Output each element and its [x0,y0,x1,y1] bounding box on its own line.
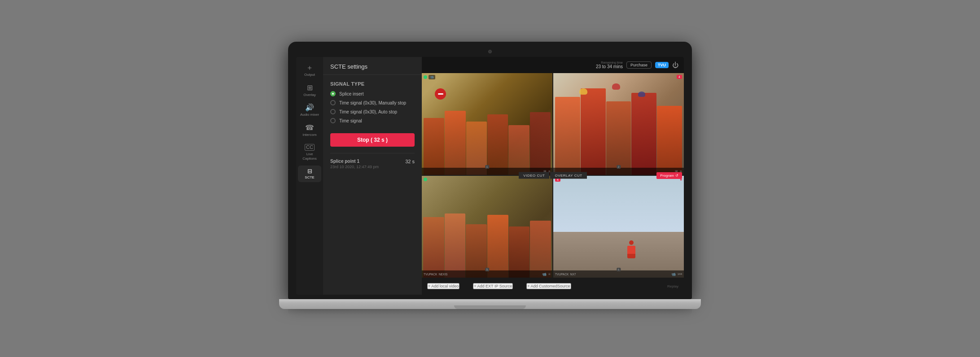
radio-time-signal-circle [330,118,336,123]
purchase-button[interactable]: Purchase [626,61,652,69]
add-custom-source-button[interactable]: + Add CustomedSource [526,283,571,289]
stop-button[interactable]: Stop ( 32 s ) [330,133,415,147]
laptop-base [279,299,701,309]
radio-splice-insert-label: Splice insert [339,91,363,96]
captions-icon: CC [305,144,315,151]
scte-panel: SCTE settings Signal type Splice insert … [323,57,422,295]
splice-point-timer: 32 s [405,159,415,164]
video-cell-3: TVUPACK_NEXIS 📹 ≡ 5 [422,176,552,278]
sidebar-item-audio[interactable]: 🔊 Audio mixer [298,101,321,120]
add-ext-ip-button[interactable]: + Add EXT IP Source [473,283,513,289]
power-button[interactable]: ⏻ [672,61,678,69]
radio-time-signal[interactable]: Time signal [330,118,415,123]
video-area: 📹 ⊞ ≡ 1 [422,73,684,278]
scte-title: SCTE settings [330,63,368,70]
laptop-bezel: ＋ Output ⊞ Overlay 🔊 Audio mixer ☎ Inter… [288,42,692,299]
cell-1-cam-icon: 📹 [429,75,435,79]
video-cut-button[interactable]: VIDEO CUT [519,172,549,179]
radio-time-auto-circle [330,109,336,114]
top-bar: Remaining time 23 to 34 mins Purchase TV… [422,57,684,73]
cell-2-top-right: 4 [677,75,682,79]
cell-3-top-left [424,178,427,181]
splice-point-date: 23rd 10 2020, 12:47:49 pm [330,165,379,169]
remaining-time: Remaining time 23 to 34 mins [596,61,623,69]
splice-point-title: Splice point 1 [330,159,379,164]
cell-2-num-badge-top: 4 [677,75,682,79]
radio-time-manually[interactable]: Time signal (0x30), Manually stop [330,100,415,105]
video-cell-4: 4 ● TVUPACK_NX7 📹 144 6 [553,176,684,278]
main-content: Remaining time 23 to 34 mins Purchase TV… [422,57,684,295]
radio-time-manually-circle [330,100,336,105]
splice-point-section: Splice point 1 23rd 10 2020, 12:47:49 pm… [330,153,415,171]
radio-splice-insert[interactable]: Splice insert [330,91,415,96]
sidebar-item-captions[interactable]: CC Live Captions [298,141,321,163]
helmet-red [612,83,620,90]
radio-time-signal-label: Time signal [339,118,362,123]
signal-type-label: Signal type [330,81,415,87]
program-button[interactable]: Program ↺ [656,172,682,179]
bottom-panel: + Add local video + Add EXT IP Source + … [422,278,684,295]
cell-1-top-left: 📹 [424,75,435,79]
tvi-badge: TVU [655,62,669,68]
radio-time-auto[interactable]: Time signal (0x30), Auto stop [330,109,415,114]
sidebar: ＋ Output ⊞ Overlay 🔊 Audio mixer ☎ Inter… [296,57,323,295]
helmet-blue [638,91,645,97]
overlay-icon: ⊞ [307,84,313,91]
sidebar-item-output[interactable]: ＋ Output [298,61,321,80]
laptop-reflection [288,309,692,315]
radio-splice-insert-circle [330,91,336,96]
cell-1-num-badge: 1 [485,165,489,169]
cell-3-bottom-bar: TVUPACK_NEXIS 📹 ≡ [422,270,552,278]
scte-icon: ⊟ [307,168,312,174]
add-local-video-button[interactable]: + Add local video [427,283,459,289]
scte-panel-header: SCTE settings [323,57,422,75]
audio-icon: 🔊 [305,104,314,111]
cell-3-live-dot [424,178,427,181]
output-icon: ＋ [306,64,313,71]
cell-4-num-badge: 6 [617,268,621,271]
radio-time-manually-label: Time signal (0x30), Manually stop [339,100,406,105]
sidebar-item-scte[interactable]: ⊟ SCTE [298,165,321,183]
cell-4-bottom-bar: TVUPACK_NX7 📹 144 [553,270,684,278]
scte-panel-content: Signal type Splice insert Time signal (0… [323,75,422,295]
video-cell-1: 📹 ⊞ ≡ 1 [422,73,552,175]
sidebar-item-intercom[interactable]: ☎ Intercom [298,122,321,140]
cell-1-live-dot [424,75,427,79]
cell-2-num-badge: 2 [617,165,621,169]
no-entry-icon [435,88,446,100]
laptop-outer: ＋ Output ⊞ Overlay 🔊 Audio mixer ☎ Inter… [288,42,692,315]
intercom-icon: ☎ [305,124,314,131]
camera-dot [488,50,492,53]
cell-3-num-badge: 5 [485,268,489,271]
radio-time-auto-label: Time signal (0x30), Auto stop [339,109,397,114]
helmet-yellow [579,88,587,95]
laptop-screen: ＋ Output ⊞ Overlay 🔊 Audio mixer ☎ Inter… [296,57,684,295]
solo-rider [625,240,638,257]
replay-label: Replay [667,284,678,288]
sidebar-item-overlay[interactable]: ⊞ Overlay [298,82,321,100]
video-cell-2: 4 ⊞ ≡ 2 [553,73,684,175]
overlay-cut-button[interactable]: OVERLAY CUT [550,172,586,179]
